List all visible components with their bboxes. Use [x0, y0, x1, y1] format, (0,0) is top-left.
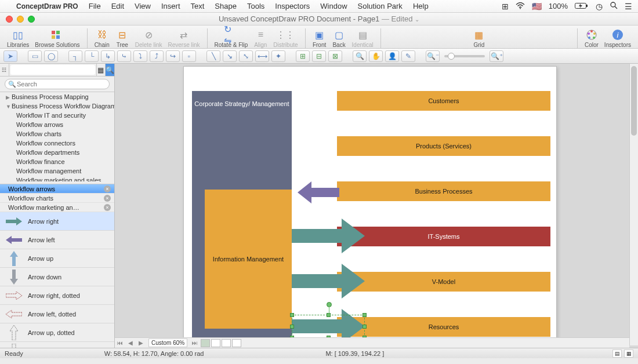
block-information-management[interactable]: Information Management — [205, 190, 292, 329]
line-tool-1[interactable]: ╲ — [206, 50, 220, 62]
close-icon[interactable]: × — [104, 185, 111, 192]
open-lib-charts[interactable]: Workflow charts× — [0, 194, 114, 203]
tree-item[interactable]: Workflow marketing and sales — [0, 176, 114, 181]
menu-file[interactable]: File — [89, 2, 101, 10]
library-panel-toggle[interactable]: ☷ — [0, 64, 9, 76]
hscroll-start[interactable]: ⏮ — [115, 340, 125, 346]
row-customers[interactable]: Customers — [337, 91, 550, 111]
tree-item[interactable]: Workflow charts — [0, 129, 114, 139]
menu-view[interactable]: View — [135, 2, 151, 10]
connector-tool-7[interactable]: ↪ — [166, 50, 180, 62]
hscroll-end[interactable]: ⏭ — [190, 340, 200, 346]
connector-tool-8[interactable]: ▫ — [182, 50, 196, 62]
zoom-in-tool[interactable]: 🔍 — [353, 50, 367, 62]
page-tab-1[interactable] — [201, 339, 210, 347]
arrow-business-processes[interactable] — [298, 181, 339, 203]
connector-tool-5[interactable]: ⤵ — [133, 50, 147, 62]
menu-tools[interactable]: Tools — [247, 2, 264, 10]
line-tool-4[interactable]: ⟷ — [255, 50, 269, 62]
tree-item[interactable]: Workflow arrows — [0, 120, 114, 129]
menu-edit[interactable]: Edit — [111, 2, 124, 10]
zoom-slider[interactable] — [444, 55, 485, 57]
chain-button[interactable]: ⛓Chain — [95, 29, 110, 48]
menu-text[interactable]: Text — [191, 2, 205, 10]
page-tab-2[interactable] — [211, 339, 220, 347]
tree-item[interactable]: Workflow IT and security — [0, 111, 114, 120]
grid-view-button[interactable]: ▦ — [96, 64, 106, 76]
ellipse-tool[interactable]: ◯ — [44, 50, 58, 62]
status-view-1[interactable]: ▤ — [612, 350, 622, 358]
arrow-v-model[interactable] — [292, 264, 365, 299]
status-view-2[interactable]: ▦ — [624, 350, 633, 358]
shape-arrow-left[interactable]: Arrow left — [0, 231, 114, 249]
shape-arrow-down[interactable]: Arrow down — [0, 268, 114, 286]
shape-arrow-up-dotted[interactable]: Arrow up, dotted — [0, 323, 114, 342]
grid-button[interactable]: ▦Grid — [472, 29, 486, 48]
search-input[interactable] — [5, 79, 110, 89]
shape-arrow-up[interactable]: Arrow up — [0, 249, 114, 268]
vertical-scrollbar[interactable] — [629, 64, 638, 345]
quick-filter-input[interactable] — [10, 65, 95, 75]
arrow-it-systems[interactable] — [292, 219, 365, 253]
open-lib-marketing[interactable]: Workflow marketing an…× — [0, 203, 114, 212]
close-icon[interactable]: × — [104, 204, 111, 211]
battery-icon[interactable] — [575, 2, 589, 11]
row-products[interactable]: Products (Services) — [337, 136, 550, 156]
front-button[interactable]: ▣Front — [313, 29, 327, 48]
inspectors-button[interactable]: iInspectors — [604, 29, 631, 48]
zoom-in-button[interactable]: 🔍⁺ — [490, 50, 503, 62]
back-button[interactable]: ▢Back — [332, 29, 346, 48]
menu-shape[interactable]: Shape — [215, 2, 237, 10]
close-button[interactable] — [6, 16, 13, 23]
hscroll-prev[interactable]: ◀ — [125, 340, 136, 346]
row-business-processes[interactable]: Business Processes — [337, 181, 550, 201]
group-tool-1[interactable]: ⊞ — [296, 50, 310, 62]
close-icon[interactable]: × — [104, 195, 111, 202]
group-tool-2[interactable]: ⊟ — [312, 50, 326, 62]
clock-icon[interactable]: ◷ — [596, 2, 603, 11]
spotlight-icon[interactable] — [610, 1, 618, 11]
menu-insert[interactable]: Insert — [161, 2, 180, 10]
connector-tool-6[interactable]: ⤴ — [150, 50, 164, 62]
tree-item[interactable]: Workflow departments — [0, 148, 114, 157]
page-tab-4[interactable] — [232, 339, 241, 347]
menu-window[interactable]: Window — [320, 2, 347, 10]
maximize-button[interactable] — [28, 16, 35, 23]
connector-tool-1[interactable]: ┐ — [68, 50, 82, 62]
app-switcher-icon[interactable]: ⊞ — [502, 2, 509, 11]
row-it-systems[interactable]: IT-Systems — [337, 227, 550, 246]
shape-arrow-right-dotted[interactable]: Arrow right, dotted — [0, 286, 114, 305]
shape-arrow-right[interactable]: Arrow right — [0, 212, 114, 231]
shape-arrow-left-dotted[interactable]: Arrow left, dotted — [0, 305, 114, 323]
color-button[interactable]: Color — [585, 29, 599, 48]
input-source-icon[interactable]: 🇺🇸 — [532, 2, 542, 11]
row-resources[interactable]: Resources — [337, 317, 550, 337]
browse-solutions-button[interactable]: Browse Solutions — [35, 29, 79, 48]
wifi-icon[interactable] — [516, 2, 525, 11]
tree-button[interactable]: ⊟Tree — [115, 29, 129, 48]
rotate-flip-button[interactable]: ↻ ⇋Rotate & Flip — [215, 29, 248, 48]
tree-bpwd[interactable]: ▼Business Process Workflow Diagrams — [0, 101, 114, 111]
hscroll-next[interactable]: ▶ — [136, 340, 146, 346]
zoom-out-button[interactable]: 🔍⁻ — [426, 50, 440, 62]
shape-arrow-down-dotted[interactable]: Arrow down, dotted — [0, 342, 114, 348]
rect-tool[interactable]: ▭ — [28, 50, 42, 62]
drawing-canvas[interactable]: Corporate Strategy/ Management Informati… — [183, 66, 557, 347]
connector-tool-4[interactable]: ⤷ — [117, 50, 131, 62]
app-name[interactable]: ConceptDraw PRO — [16, 2, 78, 10]
hand-tool[interactable]: ✋ — [369, 50, 383, 62]
menu-list-icon[interactable]: ☰ — [625, 2, 632, 11]
row-v-model[interactable]: V-Model — [337, 272, 550, 292]
zoom-display[interactable]: Custom 60% — [148, 338, 187, 347]
page-tab-3[interactable] — [222, 339, 231, 347]
line-tool-2[interactable]: ↘ — [223, 50, 237, 62]
tree-bpm[interactable]: ▶Business Process Mapping — [0, 92, 114, 101]
connector-tool-3[interactable]: ↳ — [101, 50, 115, 62]
canvas-area[interactable]: Corporate Strategy/ Management Informati… — [115, 64, 638, 348]
menu-help[interactable]: Help — [413, 2, 429, 10]
menu-inspectors[interactable]: Inspectors — [275, 2, 310, 10]
search-mode-button[interactable]: 🔍 — [105, 64, 114, 76]
menu-solution-park[interactable]: Solution Park — [358, 2, 403, 10]
minimize-button[interactable] — [17, 16, 24, 23]
tree-item[interactable]: Workflow connectors — [0, 139, 114, 148]
